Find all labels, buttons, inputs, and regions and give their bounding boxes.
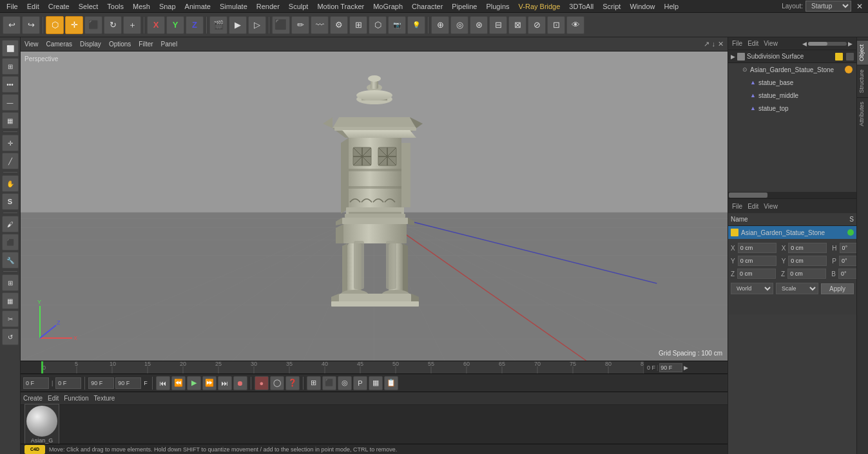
knife-button[interactable]: ✂: [2, 310, 19, 327]
sculpt-grab-button[interactable]: ✋: [2, 175, 19, 192]
sculpt-s-button[interactable]: S: [2, 193, 19, 210]
autokey-button[interactable]: ◯: [270, 376, 284, 390]
menu-window[interactable]: Window: [626, 1, 659, 12]
x2-field[interactable]: [788, 243, 827, 253]
record-active-button[interactable]: ●: [255, 376, 269, 390]
mode-edges-button[interactable]: —: [2, 94, 19, 111]
symmetry-button[interactable]: ⊟: [489, 16, 507, 34]
mat-menu-edit[interactable]: Edit: [48, 395, 59, 402]
menu-create[interactable]: Create: [44, 1, 73, 12]
obj-row-asian-garden[interactable]: ⊙ Asian_Garden_Statue_Stone: [728, 63, 856, 76]
prev-frame-button[interactable]: ⏪: [171, 376, 186, 390]
material-item[interactable]: Asian_G: [24, 404, 59, 446]
om-scrollbar[interactable]: [808, 42, 847, 46]
next-frame-button[interactable]: ⏩: [202, 376, 217, 390]
snap2-button[interactable]: ⊞: [2, 274, 19, 291]
rotate2-button[interactable]: ↺: [2, 328, 19, 345]
object-list[interactable]: ⊙ Asian_Garden_Statue_Stone ▲ statue_bas…: [728, 63, 856, 192]
play-button[interactable]: ▶: [187, 376, 201, 390]
menu-file[interactable]: File: [3, 1, 22, 12]
om-edit-menu[interactable]: Edit: [747, 40, 758, 47]
mat-menu-texture[interactable]: Texture: [94, 395, 115, 402]
obj-row-statue-base[interactable]: ▲ statue_base: [728, 76, 856, 89]
curve-editor-button[interactable]: 📋: [384, 376, 398, 390]
vp-close-icon[interactable]: ✕: [718, 40, 724, 48]
om-hscrollbar-thumb[interactable]: [729, 193, 767, 198]
mode-model-button[interactable]: ⬜: [2, 40, 19, 57]
attr-file-menu[interactable]: File: [732, 203, 742, 210]
mode-points-button[interactable]: •••: [2, 76, 19, 93]
vp-down-icon[interactable]: ↓: [712, 40, 716, 48]
subdivision-button[interactable]: ⊕: [431, 16, 449, 34]
tl-right-arrow[interactable]: ▶: [684, 364, 688, 371]
param-button[interactable]: P: [353, 376, 367, 390]
vp-menu-cameras[interactable]: Cameras: [46, 41, 73, 48]
menu-motion-tracker[interactable]: Motion Tracker: [313, 1, 368, 12]
visible-button[interactable]: 👁: [566, 16, 584, 34]
layout-dropdown[interactable]: Startup Standard: [805, 1, 851, 12]
scale-dropdown[interactable]: Scale: [776, 283, 818, 294]
menu-script[interactable]: Script: [599, 1, 624, 12]
om-file-menu[interactable]: File: [732, 40, 742, 47]
menu-tools[interactable]: Tools: [103, 1, 128, 12]
floor-button[interactable]: ⊡: [547, 16, 565, 34]
menu-edit[interactable]: Edit: [23, 1, 43, 12]
obj-row-statue-middle[interactable]: ▲ statue_middle: [728, 89, 856, 102]
attr-edit-menu[interactable]: Edit: [747, 203, 758, 210]
key-interp-button[interactable]: ◎: [338, 376, 352, 390]
pen-button[interactable]: ✏: [291, 16, 309, 34]
transform-button[interactable]: ✛: [2, 135, 19, 151]
paint-button[interactable]: 🖌: [2, 216, 19, 232]
frame-field2[interactable]: [55, 377, 81, 389]
menu-vray-bridge[interactable]: V-Ray Bridge: [515, 1, 564, 12]
menu-simulate[interactable]: Simulate: [216, 1, 251, 12]
key-type-button[interactable]: ⬛: [322, 376, 336, 390]
key-mode-button[interactable]: ⊞: [307, 376, 321, 390]
render-preview-button[interactable]: ▶: [229, 16, 247, 34]
redo-button[interactable]: ↪: [22, 16, 40, 34]
mode-texture-button[interactable]: ⊞: [2, 58, 19, 75]
menu-select[interactable]: Select: [75, 1, 102, 12]
y-axis-button[interactable]: Y: [166, 16, 184, 34]
add-tool-button[interactable]: ＋: [123, 16, 141, 34]
line-button[interactable]: ╱: [2, 153, 19, 169]
record-button[interactable]: ⏺: [233, 376, 247, 390]
viewport-canvas[interactable]: X Y Z Perspective Grid Spacing : 100 cm: [21, 52, 728, 361]
mat-menu-function[interactable]: Function: [64, 395, 88, 402]
y2-field[interactable]: [788, 256, 827, 266]
motion-path-button[interactable]: ❓: [285, 376, 300, 390]
fill-button[interactable]: ⬛: [2, 234, 19, 251]
viewport[interactable]: View Cameras Display Options Filter Pane…: [21, 37, 728, 361]
y-field[interactable]: [738, 256, 776, 266]
connect-button[interactable]: ⊘: [528, 16, 546, 34]
rotate-tool-button[interactable]: ↻: [104, 16, 122, 34]
menu-animate[interactable]: Animate: [181, 1, 215, 12]
z-axis-button[interactable]: Z: [186, 16, 204, 34]
tab-object[interactable]: Object: [857, 40, 868, 65]
attr-view-menu[interactable]: View: [764, 203, 778, 210]
light-button[interactable]: 💡: [407, 16, 425, 34]
magnet-button[interactable]: 🔧: [2, 252, 19, 269]
snap-button[interactable]: ⊞: [349, 16, 367, 34]
vp-menu-view[interactable]: View: [24, 41, 39, 48]
x-axis-button[interactable]: X: [147, 16, 165, 34]
menu-pipeline[interactable]: Pipeline: [448, 1, 481, 12]
fps-field2[interactable]: [115, 377, 141, 389]
menu-help[interactable]: Help: [661, 1, 683, 12]
tab-attributes[interactable]: Attributes: [857, 97, 868, 130]
om-view-menu[interactable]: View: [764, 40, 778, 47]
scale-tool-button[interactable]: ⬛: [84, 16, 102, 34]
move-tool-button[interactable]: ✛: [65, 16, 83, 34]
om-scroll-right[interactable]: ▶: [848, 41, 853, 47]
render-region-button[interactable]: ▷: [248, 16, 266, 34]
last-frame-button[interactable]: ⏭: [218, 376, 232, 390]
menu-mesh[interactable]: Mesh: [129, 1, 154, 12]
material-ball[interactable]: [26, 406, 57, 437]
fps-field[interactable]: [88, 377, 114, 389]
vp-menu-options[interactable]: Options: [109, 41, 131, 48]
bool-button[interactable]: ◎: [450, 16, 468, 34]
cube-button[interactable]: ⬛: [272, 16, 290, 34]
vp-menu-panel[interactable]: Panel: [161, 41, 178, 48]
x-field[interactable]: [738, 243, 776, 253]
attributes-obj-row[interactable]: Asian_Garden_Statue_Stone: [728, 226, 856, 239]
